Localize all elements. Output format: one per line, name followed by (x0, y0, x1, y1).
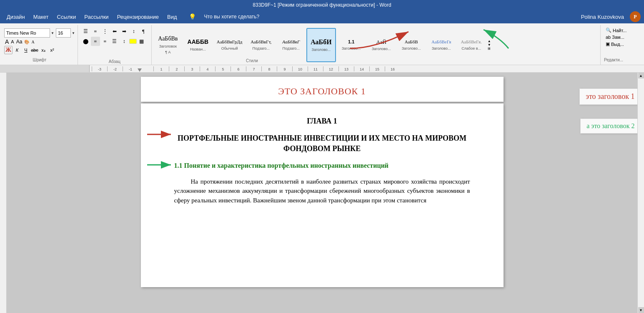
multilevel-list-btn[interactable]: ⋮ (100, 27, 110, 36)
help-icon: 💡 (185, 12, 199, 22)
style-item-2[interactable]: АаБбВвГрДд Обычный (213, 28, 246, 62)
select-label: Выд... (611, 42, 624, 47)
menu-bar: Дизайн Макет Ссылки Рассылки Рецензирова… (0, 10, 644, 23)
italic-btn[interactable]: К (13, 46, 21, 54)
editing-section-label: Редакти... (604, 58, 623, 63)
style-sublabel-0: ¶ А (165, 50, 170, 54)
ruler: -3 -2 -1 1 2 3 4 5 6 7 8 9 10 11 12 13 1… (0, 65, 644, 73)
highlight-btn[interactable]: 🎨 (23, 40, 30, 44)
search-icon: 🔍 (606, 28, 611, 33)
style-preview-0: АаБбВв (158, 35, 178, 43)
increase-indent-btn[interactable]: ➡ (120, 27, 129, 36)
page2-wrapper: ГЛАВА 1 ПОРТФЕЛЬНЫЕ ИНОСТРАННЫЕ ИНВЕСТИЦ… (141, 103, 504, 287)
style-name-3: Подзаго... (253, 46, 270, 50)
page1: ЭТО ЗАГОЛОВОК 1 (141, 77, 504, 102)
doc-red-arrow (145, 128, 174, 142)
menu-layout[interactable]: Макет (30, 12, 52, 22)
chapter-section: ГЛАВА 1 ПОРТФЕЛЬНЫЕ ИНОСТРАННЫЕ ИНВЕСТИЦ… (174, 116, 470, 154)
style-item-4[interactable]: АаБбВвГ Подзаго... (276, 28, 306, 62)
font-grow-btn[interactable]: A (4, 38, 10, 45)
menu-design[interactable]: Дизайн (3, 12, 28, 22)
main-area: ЭТО ЗАГОЛОВОК 1 это заголовок 1 а это за… (0, 73, 644, 313)
underline-btn[interactable]: Ч (22, 46, 30, 54)
bullet-list-btn[interactable]: ☰ (81, 27, 90, 36)
user-avatar: P (630, 11, 641, 22)
styles-section-label: Стили (246, 58, 258, 64)
style-item-3[interactable]: АаБбВвГт, Подзаго... (246, 28, 276, 62)
replace-label: Зам... (612, 35, 624, 40)
style-preview-1: ААББВ (188, 38, 208, 45)
paragraph-section-label: Абзац (81, 59, 148, 65)
styles-items: АаБбВв Заголовок ¶ А ААББВ Назван... АаБ… (153, 28, 486, 62)
align-right-btn[interactable]: ≡ (100, 37, 110, 46)
style-name-1: Назван... (190, 47, 206, 51)
paragraph-section: ☰ ≡ ⋮ ⬅ ➡ ↕ ¶ ⬤ ≡ ≡ ☰ ↕ ▦ Абзац (78, 25, 152, 65)
style-item-0[interactable]: АаБбВв Заголовок ¶ А (153, 28, 183, 62)
style-name-4: Подзаго... (283, 46, 300, 50)
font-shrink-btn[interactable]: A (10, 39, 15, 44)
callout-heading1: это заголовок 1 (579, 88, 637, 105)
dropdown-icon[interactable]: ▼ (51, 31, 54, 35)
text-color-btn[interactable]: A (30, 40, 35, 44)
style-item-5[interactable]: АаБбИ Заголово... (306, 28, 336, 62)
scroll-down-btn[interactable]: ▼ (638, 307, 644, 313)
menu-mailings[interactable]: Рассылки (81, 12, 112, 22)
font-name-input[interactable] (4, 28, 50, 38)
help-label[interactable]: Что вы хотите сделать? (201, 12, 263, 21)
line-spacing-btn[interactable]: ↕ (120, 37, 129, 46)
align-center-btn[interactable]: ≡ (91, 37, 100, 46)
scroll-up-btn[interactable]: ▲ (638, 73, 644, 78)
font-size-dropdown[interactable]: ▼ (72, 31, 75, 35)
left-margin (0, 73, 7, 313)
ribbon-red-arrow (342, 25, 417, 52)
align-justify-btn[interactable]: ☰ (110, 37, 119, 46)
numbered-list-btn[interactable]: ≡ (91, 27, 100, 36)
superscript-btn[interactable]: x² (48, 46, 56, 54)
font-section: ▼ ▼ A A Aa 🎨 A Ж К Ч abc x₂ x² Шрифт (2, 25, 78, 65)
shading-btn[interactable] (129, 39, 137, 44)
select-icon: ▣ (606, 41, 610, 47)
chapter-title: ГЛАВА 1 (174, 116, 470, 126)
callout-heading1-text: это заголовок 1 (586, 92, 634, 101)
ribbon-green-arrow (475, 25, 517, 52)
font-section-label: Шрифт (4, 58, 75, 63)
right-scrollbar[interactable]: ▲ ▼ (637, 73, 644, 313)
ruler-marks: -3 -2 -1 1 2 3 4 5 6 7 8 9 10 11 12 13 1… (92, 66, 400, 71)
select-btn[interactable]: ▣ Выд... (604, 40, 626, 48)
doc-green-arrow (145, 159, 174, 173)
style-item-1[interactable]: ААББВ Назван... (183, 28, 213, 62)
style-item-9[interactable]: АаБбВеГя Заголово... (427, 28, 456, 62)
section-section: 1.1 Понятие и характеристика портфельных… (174, 161, 470, 170)
page2[interactable]: ГЛАВА 1 ПОРТФЕЛЬНЫЕ ИНОСТРАННЫЕ ИНВЕСТИЦ… (141, 103, 504, 287)
find-btn[interactable]: 🔍 Найт... (604, 27, 628, 34)
style-preview-4: АаБбВвГ (282, 39, 300, 45)
bold-btn[interactable]: Ж (4, 46, 13, 54)
title-text: 833D9F~1 [Режим ограниченной функциональ… (253, 2, 391, 8)
callout-heading2: а это заголовок 2 (580, 119, 637, 134)
align-left-btn[interactable]: ⬤ (81, 37, 90, 46)
replace-btn[interactable]: ab Зам... (604, 34, 626, 40)
page1-wrapper: ЭТО ЗАГОЛОВОК 1 это заголовок 1 а это за… (141, 77, 504, 102)
case-btn[interactable]: Aa (15, 39, 23, 45)
user-area: Polina Kuzovkova P (578, 11, 641, 22)
style-name-2: Обычный (221, 46, 238, 50)
ribbon: ▼ ▼ A A Aa 🎨 A Ж К Ч abc x₂ x² Шрифт ☰ ≡… (0, 23, 644, 65)
style-name-5: Заголово... (311, 48, 331, 52)
decrease-indent-btn[interactable]: ⬅ (110, 27, 119, 36)
style-name-9: Заголово... (432, 46, 451, 50)
body-paragraph: На протяжении последних десятилетий в на… (174, 177, 470, 205)
menu-review[interactable]: Рецензирование (114, 12, 162, 22)
menu-view[interactable]: Вид (164, 12, 180, 22)
show-marks-btn[interactable]: ¶ (139, 27, 148, 36)
username: Polina Kuzovkova (578, 12, 627, 22)
sort-btn[interactable]: ↕ (129, 27, 138, 36)
border-btn[interactable]: ▦ (137, 37, 146, 46)
list-icons-row: ☰ ≡ ⋮ ⬅ ➡ ↕ ¶ (81, 27, 148, 36)
callout-heading2-text: а это заголовок 2 (586, 122, 634, 129)
font-size-input[interactable] (56, 28, 71, 38)
style-preview-3: АаБбВвГт, (251, 39, 271, 45)
subscript-btn[interactable]: x₂ (39, 46, 48, 54)
document-area[interactable]: ЭТО ЗАГОЛОВОК 1 это заголовок 1 а это за… (7, 73, 637, 313)
strikethrough-btn[interactable]: abc (30, 46, 39, 54)
menu-references[interactable]: Ссылки (54, 12, 80, 22)
